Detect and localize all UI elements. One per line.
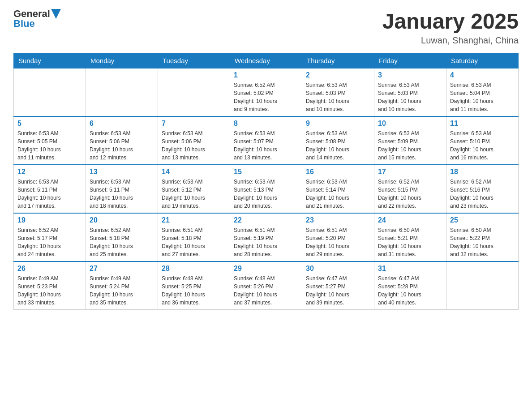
day-info: Sunrise: 6:47 AMSunset: 5:28 PMDaylight:… <box>378 274 442 307</box>
calendar-table: SundayMondayTuesdayWednesdayThursdayFrid… <box>13 53 519 310</box>
day-number: 17 <box>378 168 442 176</box>
calendar-cell: 2Sunrise: 6:53 AMSunset: 5:03 PMDaylight… <box>302 68 374 117</box>
calendar-cell: 28Sunrise: 6:48 AMSunset: 5:25 PMDayligh… <box>158 261 230 310</box>
calendar-cell: 15Sunrise: 6:53 AMSunset: 5:13 PMDayligh… <box>230 165 302 213</box>
calendar-cell: 27Sunrise: 6:49 AMSunset: 5:24 PMDayligh… <box>86 261 158 310</box>
day-number: 26 <box>17 265 82 273</box>
day-number: 20 <box>90 216 154 224</box>
day-number: 23 <box>306 216 370 224</box>
calendar-cell: 24Sunrise: 6:50 AMSunset: 5:21 PMDayligh… <box>374 213 446 261</box>
day-info: Sunrise: 6:53 AMSunset: 5:08 PMDaylight:… <box>306 129 370 162</box>
day-number: 4 <box>450 71 515 79</box>
day-info: Sunrise: 6:51 AMSunset: 5:20 PMDaylight:… <box>306 226 370 258</box>
calendar-cell: 26Sunrise: 6:49 AMSunset: 5:23 PMDayligh… <box>14 261 86 310</box>
calendar-cell <box>158 68 230 117</box>
day-number: 3 <box>378 71 442 79</box>
day-number: 10 <box>378 120 442 128</box>
day-number: 22 <box>234 216 298 224</box>
day-info: Sunrise: 6:48 AMSunset: 5:26 PMDaylight:… <box>234 274 298 307</box>
day-number: 21 <box>162 216 226 224</box>
calendar-cell: 4Sunrise: 6:53 AMSunset: 5:04 PMDaylight… <box>446 68 519 117</box>
day-info: Sunrise: 6:53 AMSunset: 5:12 PMDaylight:… <box>162 178 226 210</box>
calendar-cell: 30Sunrise: 6:47 AMSunset: 5:27 PMDayligh… <box>302 261 374 310</box>
calendar-cell: 31Sunrise: 6:47 AMSunset: 5:28 PMDayligh… <box>374 261 446 310</box>
day-info: Sunrise: 6:49 AMSunset: 5:23 PMDaylight:… <box>17 274 82 307</box>
day-info: Sunrise: 6:52 AMSunset: 5:02 PMDaylight:… <box>234 81 298 113</box>
calendar-cell: 23Sunrise: 6:51 AMSunset: 5:20 PMDayligh… <box>302 213 374 261</box>
calendar-week-row: 12Sunrise: 6:53 AMSunset: 5:11 PMDayligh… <box>14 165 519 213</box>
weekday-header-wednesday: Wednesday <box>230 53 302 68</box>
logo-triangle-icon <box>51 9 61 19</box>
calendar-cell: 12Sunrise: 6:53 AMSunset: 5:11 PMDayligh… <box>14 165 86 213</box>
page-header: General Blue January 2025 Luwan, Shangha… <box>13 9 519 46</box>
weekday-header-thursday: Thursday <box>302 53 374 68</box>
day-number: 24 <box>378 216 442 224</box>
calendar-cell: 16Sunrise: 6:53 AMSunset: 5:14 PMDayligh… <box>302 165 374 213</box>
day-info: Sunrise: 6:52 AMSunset: 5:15 PMDaylight:… <box>378 178 442 210</box>
day-info: Sunrise: 6:51 AMSunset: 5:19 PMDaylight:… <box>234 226 298 258</box>
day-info: Sunrise: 6:53 AMSunset: 5:06 PMDaylight:… <box>162 129 226 162</box>
calendar-cell: 21Sunrise: 6:51 AMSunset: 5:18 PMDayligh… <box>158 213 230 261</box>
calendar-cell: 25Sunrise: 6:50 AMSunset: 5:22 PMDayligh… <box>446 213 519 261</box>
weekday-header-tuesday: Tuesday <box>158 53 230 68</box>
day-info: Sunrise: 6:50 AMSunset: 5:22 PMDaylight:… <box>450 226 515 258</box>
day-number: 13 <box>90 168 154 176</box>
calendar-title: January 2025 <box>382 9 519 34</box>
weekday-header-row: SundayMondayTuesdayWednesdayThursdayFrid… <box>14 53 519 68</box>
calendar-week-row: 1Sunrise: 6:52 AMSunset: 5:02 PMDaylight… <box>14 68 519 117</box>
day-info: Sunrise: 6:53 AMSunset: 5:03 PMDaylight:… <box>306 81 370 113</box>
day-info: Sunrise: 6:52 AMSunset: 5:17 PMDaylight:… <box>17 226 82 258</box>
day-info: Sunrise: 6:53 AMSunset: 5:14 PMDaylight:… <box>306 178 370 210</box>
day-info: Sunrise: 6:53 AMSunset: 5:09 PMDaylight:… <box>378 129 442 162</box>
calendar-cell: 9Sunrise: 6:53 AMSunset: 5:08 PMDaylight… <box>302 116 374 165</box>
calendar-cell: 11Sunrise: 6:53 AMSunset: 5:10 PMDayligh… <box>446 116 519 165</box>
day-info: Sunrise: 6:53 AMSunset: 5:03 PMDaylight:… <box>378 81 442 113</box>
day-info: Sunrise: 6:52 AMSunset: 5:16 PMDaylight:… <box>450 178 515 210</box>
day-number: 18 <box>450 168 515 176</box>
calendar-cell: 17Sunrise: 6:52 AMSunset: 5:15 PMDayligh… <box>374 165 446 213</box>
title-block: January 2025 Luwan, Shanghai, China <box>382 9 519 46</box>
day-number: 2 <box>306 71 370 79</box>
day-info: Sunrise: 6:50 AMSunset: 5:21 PMDaylight:… <box>378 226 442 258</box>
day-info: Sunrise: 6:53 AMSunset: 5:05 PMDaylight:… <box>17 129 82 162</box>
calendar-cell: 18Sunrise: 6:52 AMSunset: 5:16 PMDayligh… <box>446 165 519 213</box>
calendar-cell: 14Sunrise: 6:53 AMSunset: 5:12 PMDayligh… <box>158 165 230 213</box>
day-info: Sunrise: 6:53 AMSunset: 5:11 PMDaylight:… <box>90 178 154 210</box>
calendar-cell: 19Sunrise: 6:52 AMSunset: 5:17 PMDayligh… <box>14 213 86 261</box>
day-number: 11 <box>450 120 515 128</box>
calendar-cell: 3Sunrise: 6:53 AMSunset: 5:03 PMDaylight… <box>374 68 446 117</box>
day-number: 16 <box>306 168 370 176</box>
calendar-cell: 13Sunrise: 6:53 AMSunset: 5:11 PMDayligh… <box>86 165 158 213</box>
calendar-week-row: 5Sunrise: 6:53 AMSunset: 5:05 PMDaylight… <box>14 116 519 165</box>
calendar-cell: 1Sunrise: 6:52 AMSunset: 5:02 PMDaylight… <box>230 68 302 117</box>
calendar-week-row: 26Sunrise: 6:49 AMSunset: 5:23 PMDayligh… <box>14 261 519 310</box>
logo-blue-text: Blue <box>13 18 35 29</box>
calendar-cell: 8Sunrise: 6:53 AMSunset: 5:07 PMDaylight… <box>230 116 302 165</box>
day-number: 15 <box>234 168 298 176</box>
day-number: 19 <box>17 216 82 224</box>
day-number: 12 <box>17 168 82 176</box>
weekday-header-monday: Monday <box>86 53 158 68</box>
day-info: Sunrise: 6:53 AMSunset: 5:10 PMDaylight:… <box>450 129 515 162</box>
day-number: 25 <box>450 216 515 224</box>
calendar-cell: 7Sunrise: 6:53 AMSunset: 5:06 PMDaylight… <box>158 116 230 165</box>
day-number: 28 <box>162 265 226 273</box>
weekday-header-friday: Friday <box>374 53 446 68</box>
day-info: Sunrise: 6:53 AMSunset: 5:04 PMDaylight:… <box>450 81 515 113</box>
calendar-cell <box>14 68 86 117</box>
day-info: Sunrise: 6:49 AMSunset: 5:24 PMDaylight:… <box>90 274 154 307</box>
day-info: Sunrise: 6:53 AMSunset: 5:06 PMDaylight:… <box>90 129 154 162</box>
calendar-cell: 29Sunrise: 6:48 AMSunset: 5:26 PMDayligh… <box>230 261 302 310</box>
calendar-cell <box>446 261 519 310</box>
day-number: 6 <box>90 120 154 128</box>
day-info: Sunrise: 6:53 AMSunset: 5:13 PMDaylight:… <box>234 178 298 210</box>
calendar-week-row: 19Sunrise: 6:52 AMSunset: 5:17 PMDayligh… <box>14 213 519 261</box>
day-number: 14 <box>162 168 226 176</box>
calendar-cell: 5Sunrise: 6:53 AMSunset: 5:05 PMDaylight… <box>14 116 86 165</box>
day-number: 5 <box>17 120 82 128</box>
day-number: 1 <box>234 71 298 79</box>
weekday-header-saturday: Saturday <box>446 53 519 68</box>
svg-marker-0 <box>51 9 61 19</box>
day-number: 30 <box>306 265 370 273</box>
logo-general-text: General <box>13 9 50 19</box>
